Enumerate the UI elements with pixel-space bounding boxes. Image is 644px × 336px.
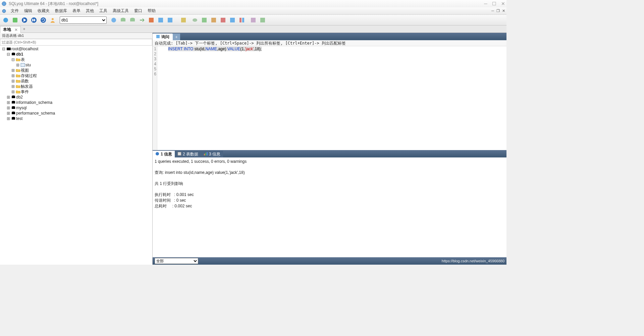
- tree-events[interactable]: ⊞事件: [1, 89, 151, 94]
- menu-favorites[interactable]: 收藏夹: [35, 7, 52, 14]
- user-manager-button[interactable]: [48, 16, 57, 24]
- svg-rect-46: [204, 154, 205, 155]
- sql-editor[interactable]: 1 2 3 4 5 6 INSERT INTO stu(id,NAME,age)…: [153, 46, 506, 150]
- svg-rect-38: [12, 107, 15, 109]
- execute-query-button[interactable]: [20, 16, 29, 24]
- database-icon: [11, 116, 16, 121]
- tree-db1[interactable]: ⊟db1: [1, 52, 151, 57]
- close-button[interactable]: ✕: [501, 1, 505, 6]
- filter-input[interactable]: [0, 39, 152, 46]
- menu-edit[interactable]: 编辑: [21, 7, 35, 14]
- tool-btn-14[interactable]: [237, 16, 246, 24]
- tool-btn-11[interactable]: [209, 16, 218, 24]
- new-query-button[interactable]: [11, 16, 19, 24]
- execute-all-button[interactable]: [30, 16, 38, 24]
- result-tab-messages[interactable]: 1 信息: [153, 151, 175, 157]
- tool-btn-2[interactable]: [119, 16, 127, 24]
- line-number: 1: [153, 47, 156, 52]
- query-tab-label: 询问: [161, 34, 169, 40]
- tree-views[interactable]: ⊞视图: [1, 68, 151, 73]
- schema-tree[interactable]: ⊟root@localhost ⊟db1 ⊟表 ⊞stu ⊞视图 ⊞存储过程 ⊞…: [0, 46, 152, 265]
- table-icon: [20, 63, 25, 67]
- result-query-label: 查询:: [155, 170, 165, 175]
- tool-btn-15[interactable]: [249, 16, 258, 24]
- tool-btn-12[interactable]: [219, 16, 227, 24]
- menu-tools[interactable]: 工具: [97, 7, 110, 14]
- minimize-button[interactable]: ─: [484, 1, 487, 6]
- tool-btn-13[interactable]: [228, 16, 237, 24]
- svg-rect-43: [156, 35, 160, 38]
- tool-btn-1[interactable]: [109, 16, 118, 24]
- status-bar: 全部 https://blog.csdn.net/weixin_45966880: [153, 257, 506, 265]
- menu-adv-tools[interactable]: 高级工具: [110, 7, 131, 14]
- tool-btn-6[interactable]: [156, 16, 165, 24]
- svg-rect-27: [251, 18, 256, 22]
- result-tab-tabledata[interactable]: 2 表数据: [175, 151, 201, 157]
- svg-rect-13: [121, 19, 125, 21]
- close-connection-tab-button[interactable]: ✕: [14, 27, 18, 32]
- tool-btn-3[interactable]: [128, 16, 137, 24]
- tool-btn-10[interactable]: [200, 16, 209, 24]
- svg-rect-22: [211, 18, 216, 22]
- tree-perf-schema[interactable]: ⊞performance_schema: [1, 111, 151, 116]
- status-filter-select[interactable]: 全部: [155, 258, 198, 264]
- mdi-close-button[interactable]: ✕: [501, 9, 506, 13]
- result-total-val: 0.002 sec: [174, 204, 192, 208]
- tree-label: 视图: [21, 68, 29, 73]
- add-query-tab-button[interactable]: ＋: [173, 33, 180, 40]
- sql-keyword: INSERT INTO: [168, 47, 193, 51]
- mdi-restore-button[interactable]: ❐: [496, 9, 500, 13]
- result-tab-label: 3 信息: [209, 151, 220, 157]
- result-line: 1 queries executed, 1 success, 0 errors,…: [155, 159, 247, 164]
- sql-text: stu(id,: [193, 47, 205, 51]
- new-connection-button[interactable]: [1, 16, 10, 24]
- connection-tab-local[interactable]: 本地 ✕: [0, 26, 21, 33]
- toolbar: db1: [0, 15, 506, 25]
- tree-mysql[interactable]: ⊞mysql: [1, 105, 151, 111]
- tool-btn-4[interactable]: [138, 16, 146, 24]
- refresh-button[interactable]: [39, 16, 48, 24]
- tool-btn-7[interactable]: [166, 16, 174, 24]
- tool-btn-9[interactable]: [191, 16, 199, 24]
- autocomplete-hint: 自动完成: [Tab]-> 下一个标签, [Ctrl+Space]-> 列出所有…: [153, 40, 506, 46]
- sql-code[interactable]: INSERT INTO stu(id,NAME,age) VALUE(1,'ja…: [157, 46, 506, 150]
- tree-db2[interactable]: ⊞db2: [1, 94, 151, 100]
- menu-window[interactable]: 窗口: [131, 7, 145, 14]
- grid-icon: [177, 152, 181, 157]
- tool-btn-16[interactable]: [258, 16, 267, 24]
- tree-root-connection[interactable]: ⊟root@localhost: [1, 46, 151, 52]
- result-messages[interactable]: 1 queries executed, 1 success, 0 errors,…: [153, 157, 506, 257]
- result-tab-info[interactable]: 3 信息: [201, 151, 223, 157]
- maximize-button[interactable]: ☐: [492, 1, 496, 6]
- tree-table-stu[interactable]: ⊞stu: [1, 62, 151, 68]
- svg-rect-34: [12, 96, 15, 98]
- svg-rect-47: [205, 153, 206, 155]
- tree-functions[interactable]: ⊞函数: [1, 78, 151, 84]
- svg-rect-18: [168, 18, 172, 22]
- line-number: 4: [153, 62, 156, 67]
- menu-other[interactable]: 其他: [83, 7, 97, 14]
- tree-test[interactable]: ⊞test: [1, 116, 151, 121]
- tree-procedures[interactable]: ⊞存储过程: [1, 73, 151, 78]
- menu-help[interactable]: 帮助: [145, 7, 158, 14]
- database-selector[interactable]: db1: [60, 16, 107, 24]
- window-title: SQLyog Ultimate 64 - [本地/db1 - root@loca…: [9, 1, 484, 7]
- tree-label: test: [16, 116, 22, 121]
- mdi-minimize-button[interactable]: ─: [490, 9, 495, 13]
- query-tab[interactable]: 询问: [153, 33, 173, 40]
- tree-label: 表: [21, 57, 25, 63]
- menu-database[interactable]: 数据库: [52, 7, 70, 14]
- svg-point-20: [193, 18, 197, 22]
- tool-btn-8[interactable]: [179, 16, 188, 24]
- connection-tab-label: 本地: [3, 27, 11, 32]
- tree-info-schema[interactable]: ⊞information_schema: [1, 100, 151, 105]
- tree-label: 存储过程: [21, 73, 37, 79]
- menu-table[interactable]: 表单: [70, 7, 83, 14]
- tool-btn-5[interactable]: [147, 16, 156, 24]
- tree-triggers[interactable]: ⊞触发器: [1, 84, 151, 89]
- svg-rect-16: [149, 18, 154, 22]
- tree-label: 事件: [21, 89, 29, 95]
- add-connection-tab-button[interactable]: ＋: [21, 25, 28, 32]
- tree-tables[interactable]: ⊟表: [1, 57, 151, 62]
- menu-file[interactable]: 文件: [8, 7, 21, 14]
